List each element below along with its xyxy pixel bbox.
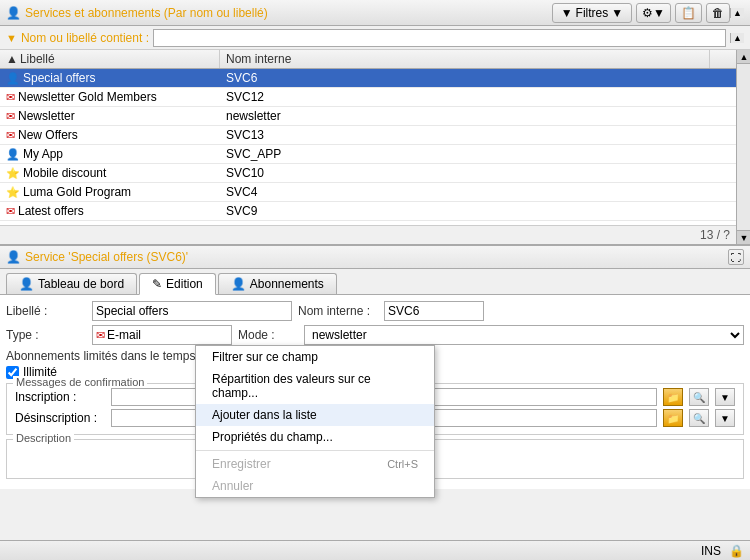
form-row-type: Type : ✉ E-mail Mode : newsletter: [6, 325, 744, 345]
person-icon: 👤: [6, 6, 21, 20]
search-label: Nom ou libellé contient :: [21, 31, 149, 45]
copy-button[interactable]: 📋: [675, 3, 702, 23]
table-row[interactable]: ⭐ Mobile discount SVC10: [0, 164, 750, 183]
search-row: ▼ Nom ou libellé contient : ▲: [0, 26, 750, 50]
tab-edition[interactable]: ✎ Edition: [139, 273, 216, 295]
data-table: ▲ Libellé Nom interne 👤 Special offers S…: [0, 50, 750, 245]
cell-libelle: 👤 Special offers: [0, 69, 220, 87]
cell-libelle: ⭐ Luma Gold Program: [0, 183, 220, 201]
form-area: Libellé : Nom interne : Type : ✉ E-mail …: [0, 295, 750, 489]
star-row-icon: ⭐: [6, 186, 20, 199]
cell-nomint: SVC4: [220, 183, 710, 201]
type-value: ✉ E-mail: [92, 325, 232, 345]
search-input[interactable]: [153, 29, 726, 47]
toolbar-title-text: Services et abonnements (Par nom ou libe…: [25, 6, 268, 20]
abonnements-icon: 👤: [231, 277, 246, 291]
context-menu-item-proprietes[interactable]: Propriétés du champ...: [196, 426, 434, 448]
messages-confirmation-label: Messages de confirmation: [13, 376, 147, 388]
cell-nomint: SVC13: [220, 126, 710, 144]
cell-libelle: 👤 My App: [0, 145, 220, 163]
status-bar: INS 🔒: [0, 540, 750, 560]
context-menu-item-filter[interactable]: Filtrer sur ce champ: [196, 346, 434, 368]
cell-nomint: newsletter: [220, 107, 710, 125]
inscription-search-btn[interactable]: 🔍: [689, 388, 709, 406]
email-row-icon: ✉: [6, 205, 15, 218]
table-footer: 13 / ?: [0, 225, 750, 244]
col-header-nomint[interactable]: Nom interne: [220, 50, 710, 68]
dashboard-icon: 👤: [19, 277, 34, 291]
person-row-icon: 👤: [6, 72, 20, 85]
scroll-down-btn[interactable]: ▼: [737, 230, 750, 244]
desinscription-dropdown-btn[interactable]: ▼: [715, 409, 735, 427]
email-type-icon: ✉: [96, 329, 105, 342]
expand-button[interactable]: ⛶: [728, 249, 744, 265]
col-header-libelle[interactable]: ▲ Libellé: [0, 50, 220, 68]
toolbar-title: 👤 Services et abonnements (Par nom ou li…: [6, 6, 552, 20]
mode-select[interactable]: newsletter: [304, 325, 744, 345]
service-section-header: 👤 Service 'Special offers (SVC6)' ⛶: [0, 245, 750, 269]
desinscription-folder-btn[interactable]: 📁: [663, 409, 683, 427]
context-menu-item-enregistrer: Enregistrer Ctrl+S: [196, 453, 434, 475]
filters-label: Filtres: [576, 6, 609, 20]
description-label: Description: [13, 432, 74, 444]
search-right-btn[interactable]: ▲: [730, 33, 744, 43]
cell-libelle: ⭐ Mobile discount: [0, 164, 220, 182]
table-row[interactable]: ✉ Newsletter Gold Members SVC12: [0, 88, 750, 107]
sort-asc-icon: ▲: [6, 52, 18, 66]
context-menu-item-repartition[interactable]: Répartition des valeurs sur ce champ...: [196, 368, 434, 404]
cell-libelle: ✉ New Offers: [0, 126, 220, 144]
settings-button[interactable]: ⚙▼: [636, 3, 671, 23]
scroll-up-btn[interactable]: ▲: [737, 50, 750, 64]
desinscription-label: Désinscription :: [15, 411, 105, 425]
inscription-label: Inscription :: [15, 390, 105, 404]
cell-nomint: SVC6: [220, 69, 710, 87]
filters-button[interactable]: ▼ Filtres ▼: [552, 3, 632, 23]
tab-abonnements[interactable]: 👤 Abonnements: [218, 273, 337, 294]
top-toolbar: 👤 Services et abonnements (Par nom ou li…: [0, 0, 750, 26]
table-row[interactable]: ✉ New Offers SVC13: [0, 126, 750, 145]
mode-label: Mode :: [238, 328, 298, 342]
cell-libelle: ✉ Latest offers: [0, 202, 220, 220]
desinscription-search-btn[interactable]: 🔍: [689, 409, 709, 427]
inscription-dropdown-btn[interactable]: ▼: [715, 388, 735, 406]
libelle-input[interactable]: [92, 301, 292, 321]
libelle-label: Libellé :: [6, 304, 86, 318]
dropdown-arrow-icon: ▼: [611, 6, 623, 20]
table-row[interactable]: ⭐ Luma Gold Program SVC4: [0, 183, 750, 202]
right-sidebar-scroll[interactable]: ▲: [730, 8, 744, 18]
tabs-row: 👤 Tableau de bord ✎ Edition 👤 Abonnement…: [0, 269, 750, 295]
context-menu-item-annuler: Annuler: [196, 475, 434, 497]
cell-nomint: SVC_APP: [220, 145, 710, 163]
table-header: ▲ Libellé Nom interne: [0, 50, 750, 69]
context-menu-item-ajouter[interactable]: Ajouter dans la liste: [196, 404, 434, 426]
trash-button[interactable]: 🗑: [706, 3, 730, 23]
star-row-icon: ⭐: [6, 167, 20, 180]
context-menu-separator: [196, 450, 434, 451]
email-row-icon: ✉: [6, 110, 15, 123]
email-row-icon: ✉: [6, 91, 15, 104]
table-row[interactable]: ✉ Latest offers SVC9: [0, 202, 750, 221]
service-section-title: 👤 Service 'Special offers (SVC6)': [6, 250, 188, 264]
tab-dashboard[interactable]: 👤 Tableau de bord: [6, 273, 137, 294]
table-row[interactable]: 👤 Special offers SVC6: [0, 69, 750, 88]
type-label: Type :: [6, 328, 86, 342]
cell-nomint: SVC12: [220, 88, 710, 106]
filter-small-icon: ▼: [6, 32, 17, 44]
cell-nomint: SVC9: [220, 202, 710, 220]
abonnements-label: Abonnements limités dans le temps: [6, 349, 195, 363]
toolbar-actions: ▼ Filtres ▼ ⚙▼ 📋 🗑: [552, 3, 730, 23]
person-section-icon: 👤: [6, 250, 21, 264]
form-row-libelle: Libellé : Nom interne :: [6, 301, 744, 321]
filter-icon: ▼: [561, 6, 573, 20]
inscription-folder-btn[interactable]: 📁: [663, 388, 683, 406]
table-row[interactable]: ✉ Newsletter newsletter: [0, 107, 750, 126]
table-scrollbar[interactable]: ▲ ▼: [736, 50, 750, 244]
lock-icon: 🔒: [729, 544, 744, 558]
ins-label: INS: [701, 544, 721, 558]
person-row-icon: 👤: [6, 148, 20, 161]
nom-interne-input[interactable]: [384, 301, 484, 321]
nom-interne-label: Nom interne :: [298, 304, 378, 318]
edit-icon: ✎: [152, 277, 162, 291]
email-row-icon: ✉: [6, 129, 15, 142]
table-row[interactable]: 👤 My App SVC_APP: [0, 145, 750, 164]
